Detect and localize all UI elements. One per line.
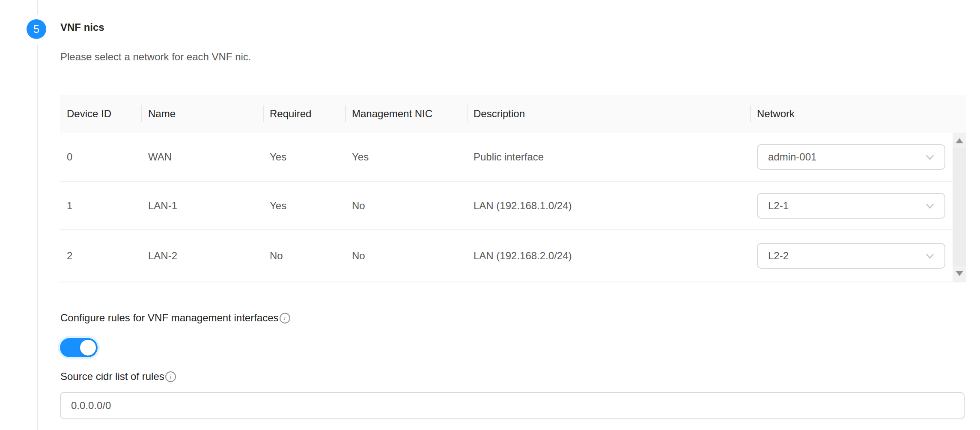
cell-device-id: 1 xyxy=(60,200,141,212)
header-divider xyxy=(345,105,346,122)
cell-description: Public interface xyxy=(467,151,750,163)
cell-name: LAN-2 xyxy=(141,250,263,262)
step-number-badge: 5 xyxy=(27,19,46,39)
table-row: 1 LAN-1 Yes No LAN (192.168.1.0/24) L2-1 xyxy=(60,182,953,230)
column-header-description: Description xyxy=(467,108,750,120)
chevron-down-icon xyxy=(924,151,936,163)
step-rail-bottom xyxy=(37,44,38,430)
vnf-nics-table: Device ID Name Required Management NIC D… xyxy=(60,95,966,282)
toggle-knob xyxy=(80,340,96,356)
chevron-down-icon xyxy=(924,200,936,212)
source-cidr-label-row: Source cidr list of rules i xyxy=(60,371,176,383)
step-rail-top xyxy=(37,0,38,15)
cell-name: LAN-1 xyxy=(141,200,263,212)
cell-device-id: 2 xyxy=(60,250,141,262)
chevron-down-icon xyxy=(924,250,936,262)
step-subtitle: Please select a network for each VNF nic… xyxy=(60,51,251,63)
header-divider xyxy=(750,105,751,122)
step-number: 5 xyxy=(33,23,39,35)
table-header-row: Device ID Name Required Management NIC D… xyxy=(60,95,966,133)
network-select[interactable]: admin-001 xyxy=(757,144,945,170)
cell-device-id: 0 xyxy=(60,151,141,163)
header-divider xyxy=(263,105,264,122)
column-header-name: Name xyxy=(141,108,263,120)
configure-rules-label-row: Configure rules for VNF management inter… xyxy=(60,312,290,324)
table-row: 2 LAN-2 No No LAN (192.168.2.0/24) L2-2 xyxy=(60,230,953,282)
source-cidr-input[interactable] xyxy=(60,392,965,419)
network-select[interactable]: L2-1 xyxy=(757,193,945,219)
network-select-value: L2-1 xyxy=(768,200,789,212)
source-cidr-label: Source cidr list of rules xyxy=(60,371,164,383)
step-title: VNF nics xyxy=(60,21,104,33)
scroll-down-arrow-icon[interactable] xyxy=(956,271,963,276)
network-select-value: L2-2 xyxy=(768,250,789,262)
header-divider xyxy=(467,105,468,122)
cell-required: No xyxy=(263,250,345,262)
cell-name: WAN xyxy=(141,151,263,163)
network-select[interactable]: L2-2 xyxy=(757,243,945,269)
column-header-network: Network xyxy=(750,108,966,120)
configure-rules-label: Configure rules for VNF management inter… xyxy=(60,312,279,324)
column-header-device-id: Device ID xyxy=(60,108,141,120)
cell-management-nic: No xyxy=(345,250,467,262)
column-header-required: Required xyxy=(263,108,345,120)
cell-management-nic: No xyxy=(345,200,467,212)
header-divider xyxy=(141,105,142,122)
scrollbar-thumb[interactable] xyxy=(953,148,966,266)
cell-required: Yes xyxy=(263,200,345,212)
network-select-value: admin-001 xyxy=(768,151,816,163)
cell-required: Yes xyxy=(263,151,345,163)
cell-description: LAN (192.168.2.0/24) xyxy=(467,250,750,262)
info-icon[interactable]: i xyxy=(280,313,290,323)
configure-rules-toggle[interactable] xyxy=(60,338,98,357)
scroll-up-arrow-icon[interactable] xyxy=(956,138,963,143)
cell-management-nic: Yes xyxy=(345,151,467,163)
table-scrollbar[interactable] xyxy=(953,133,966,282)
table-body: 0 WAN Yes Yes Public interface admin-001… xyxy=(60,133,966,282)
info-icon[interactable]: i xyxy=(165,371,176,382)
table-row: 0 WAN Yes Yes Public interface admin-001 xyxy=(60,133,953,182)
cell-description: LAN (192.168.1.0/24) xyxy=(467,200,750,212)
column-header-management-nic: Management NIC xyxy=(345,108,467,120)
